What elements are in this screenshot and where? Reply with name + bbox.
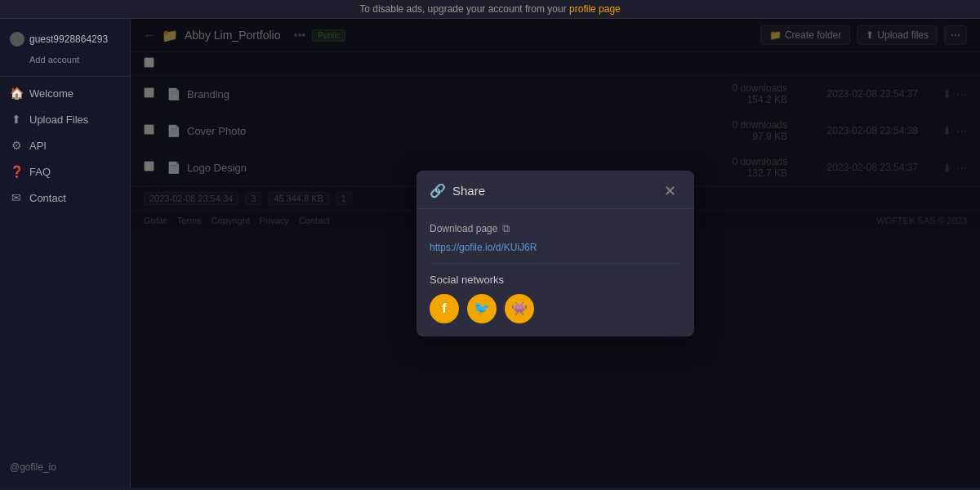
share-modal: 🔗 Share ✕ Download page ⧉ https://gofile… <box>416 171 694 336</box>
sidebar-gofile-handle: @gofile_io <box>0 455 130 479</box>
social-networks-label: Social networks <box>430 274 681 286</box>
modal-body: Download page ⧉ https://gofile.io/d/KUiJ… <box>416 209 694 336</box>
modal-title-text: Share <box>452 184 485 198</box>
sidebar-label-upload: Upload Files <box>29 114 88 126</box>
twitter-share-button[interactable]: 🐦 <box>467 294 497 323</box>
profile-page-link[interactable]: profile page <box>569 3 621 15</box>
avatar <box>10 32 24 47</box>
sidebar-item-api[interactable]: ⚙ API <box>0 132 130 158</box>
sidebar-user: guest9928864293 <box>0 27 130 51</box>
top-bar: To disable ads, upgrade your account fro… <box>0 0 980 19</box>
faq-icon: ❓ <box>10 165 23 178</box>
sidebar-item-upload[interactable]: ⬆ Upload Files <box>0 106 130 132</box>
twitter-icon: 🐦 <box>474 301 490 316</box>
add-account-button[interactable]: Add account <box>0 51 130 73</box>
main-content: ← 📁 Abby Lim_Portfolio ••• Public 📁 Crea… <box>131 19 980 488</box>
sidebar-label-welcome: Welcome <box>29 87 74 100</box>
facebook-icon: f <box>442 301 446 316</box>
sidebar-item-welcome[interactable]: 🏠 Welcome <box>0 80 130 106</box>
upload-icon: ⬆ <box>10 113 23 126</box>
share-icon: 🔗 <box>430 183 446 198</box>
copy-icon[interactable]: ⧉ <box>502 222 510 235</box>
contact-icon: ✉ <box>10 191 23 204</box>
modal-header: 🔗 Share ✕ <box>416 171 694 209</box>
sidebar-divider <box>0 76 130 77</box>
sidebar-label-contact: Contact <box>29 192 66 204</box>
modal-url[interactable]: https://gofile.io/d/KUiJ6R <box>430 240 681 260</box>
modal-close-button[interactable]: ✕ <box>659 182 681 200</box>
social-icons: f 🐦 👾 <box>430 294 681 323</box>
top-bar-message: To disable ads, upgrade your account fro… <box>359 3 569 15</box>
sidebar-username: guest9928864293 <box>29 33 108 45</box>
download-page-label: Download page ⧉ <box>430 222 681 235</box>
api-icon: ⚙ <box>10 139 23 152</box>
sidebar-label-faq: FAQ <box>29 166 51 178</box>
sidebar-item-contact[interactable]: ✉ Contact <box>0 185 130 211</box>
sidebar-item-faq[interactable]: ❓ FAQ <box>0 158 130 185</box>
modal-title: 🔗 Share <box>430 183 485 198</box>
facebook-share-button[interactable]: f <box>430 294 459 323</box>
sidebar-label-api: API <box>29 140 47 152</box>
reddit-icon: 👾 <box>511 301 528 316</box>
modal-overlay: 🔗 Share ✕ Download page ⧉ https://gofile… <box>131 19 980 488</box>
download-page-text: Download page <box>430 223 497 234</box>
home-icon: 🏠 <box>10 87 23 100</box>
sidebar: guest9928864293 Add account 🏠 Welcome ⬆ … <box>0 19 131 488</box>
reddit-share-button[interactable]: 👾 <box>505 294 534 323</box>
modal-divider <box>430 263 681 264</box>
